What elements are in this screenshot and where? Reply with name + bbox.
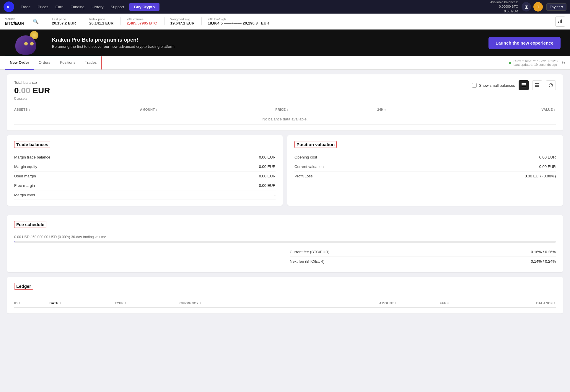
balance-integer: 0	[14, 86, 19, 95]
nav-funding[interactable]: Funding	[68, 4, 87, 10]
tab-positions[interactable]: Positions	[55, 56, 80, 70]
svg-rect-5	[522, 83, 526, 84]
available-balances: Available balances: 0.00000 BTC 0.00 EUR	[490, 0, 518, 14]
navbar-right: Available balances: 0.00000 BTC 0.00 EUR…	[490, 0, 566, 14]
navbar: K Trade Prices Earn Funding History Supp…	[0, 0, 570, 14]
fee-spacer	[14, 247, 280, 266]
two-col-section: Trade balances Margin trade balance0.00 …	[7, 135, 563, 210]
position-valuation-row: Profit/Loss0.00 EUR (0.00%)	[294, 172, 556, 181]
tabs-status: Current time: 21/06/22 09:12:33 Last upd…	[509, 59, 565, 66]
position-valuation-title: Position valuation	[294, 141, 337, 148]
chart-icon[interactable]	[555, 17, 565, 27]
nav-earn[interactable]: Earn	[53, 4, 66, 10]
launch-button[interactable]: Launch the new experience	[488, 37, 561, 49]
show-small-balances-checkbox[interactable]	[472, 83, 477, 88]
weighted-avg-stat: Weighted avg. 19,647.1 EUR	[164, 17, 195, 25]
profile-icon[interactable]: T	[533, 2, 543, 12]
svg-rect-2	[558, 22, 559, 23]
col-assets[interactable]: ASSETS⇕	[14, 105, 140, 114]
svg-rect-11	[535, 86, 539, 87]
available-balances-label: Available balances:	[490, 0, 518, 4]
no-balance-message: No balance data available.	[14, 114, 556, 125]
trade-balance-row: Margin level-	[14, 190, 276, 200]
show-small-balances-label: Show small balances	[479, 83, 515, 88]
svg-rect-7	[522, 86, 526, 86]
tabs-outline: New Order Orders Positions Trades	[5, 56, 102, 70]
compact-view-button[interactable]	[532, 80, 542, 90]
ledger-col-date[interactable]: DATE⇕	[49, 299, 115, 308]
svg-rect-8	[522, 87, 526, 87]
banner-text: Kraken Pro Beta program is open! Be amon…	[52, 37, 481, 49]
ledger-card: Ledger ID⇕ DATE⇕ TYPE⇕ CURRENCY⇕ AMOUNT⇕…	[7, 277, 563, 313]
lowhigh-stat: 24h low/high 18,864.5 ——●—— 20,290.8 EUR	[201, 17, 269, 25]
nav-prices[interactable]: Prices	[35, 4, 51, 10]
col-24h[interactable]: 24H⇕	[377, 105, 447, 114]
total-balance-label: Total balance	[14, 80, 50, 85]
current-time: Current time: 21/06/22 09:12:33	[514, 59, 559, 63]
svg-text:K: K	[7, 6, 9, 9]
ledger-col-id[interactable]: ID⇕	[14, 299, 49, 308]
assets-table: ASSETS⇕ AMOUNT⇕ PRICE⇕ 24H⇕ VALUE⇕ No ba…	[14, 105, 556, 125]
tabs-bar: New Order Orders Positions Trades Curren…	[0, 56, 570, 70]
trade-balance-row: Margin trade balance0.00 EUR	[14, 153, 276, 162]
search-icon[interactable]: 🔍	[33, 19, 39, 24]
fee-schedule-title: Fee schedule	[14, 221, 46, 228]
user-menu-button[interactable]: Tayler ▾	[546, 3, 566, 11]
fee-bar-label: 0.00 USD / 50,000.00 USD (0.00%) 30-day …	[14, 235, 556, 239]
balance-currency: EUR	[32, 86, 50, 95]
fee-row: Current fee (BTC/EUR)0.16% / 0.26%	[290, 247, 556, 257]
nav-support[interactable]: Support	[108, 4, 127, 10]
mascot-image	[9, 31, 45, 55]
svg-rect-10	[535, 85, 539, 86]
market-bar: Market BTC/EUR 🔍 Last price 20,157.2 EUR…	[0, 14, 570, 30]
ledger-col-currency[interactable]: CURRENCY⇕	[180, 299, 300, 308]
show-small-balances-toggle[interactable]: Show small balances	[472, 83, 515, 88]
tab-orders[interactable]: Orders	[34, 56, 55, 70]
svg-rect-9	[535, 83, 539, 84]
svg-rect-6	[522, 84, 526, 85]
ledger-col-amount[interactable]: AMOUNT⇕	[300, 299, 397, 308]
banner-title: Kraken Pro Beta program is open!	[52, 37, 481, 43]
fee-rows: Current fee (BTC/EUR)0.16% / 0.26%Next f…	[290, 247, 556, 266]
position-valuation-row: Opening cost0.00 EUR	[294, 153, 556, 162]
ledger-col-type[interactable]: TYPE⇕	[115, 299, 179, 308]
index-price-stat: Index price 20,141.1 EUR	[83, 17, 113, 25]
24h-sort-icon: ⇕	[384, 108, 386, 111]
banner-subtitle: Be among the first to discover our new a…	[52, 44, 481, 49]
weighted-label: Weighted avg.	[170, 17, 195, 21]
mascot-body	[15, 35, 36, 55]
nav-trade[interactable]: Trade	[18, 4, 33, 10]
trade-balance-row: Margin equity0.00 EUR	[14, 162, 276, 172]
ledger-table: ID⇕ DATE⇕ TYPE⇕ CURRENCY⇕ AMOUNT⇕ FEE⇕ B…	[14, 299, 556, 308]
tab-trades[interactable]: Trades	[80, 56, 101, 70]
fee-schedule-card: Fee schedule 0.00 USD / 50,000.00 USD (0…	[7, 215, 563, 272]
balance-header: Total balance 0.00 EUR 0 assets Show sma…	[14, 80, 556, 101]
trade-balance-row: Free margin0.00 EUR	[14, 181, 276, 190]
weighted-value: 19,647.1 EUR	[170, 21, 195, 25]
list-view-button[interactable]	[519, 80, 529, 90]
chevron-down-icon: ▾	[561, 5, 563, 9]
nav-history[interactable]: History	[89, 4, 106, 10]
refresh-icon[interactable]: ↻	[562, 61, 565, 65]
status-dot	[509, 62, 511, 64]
col-amount[interactable]: AMOUNT⇕	[140, 105, 275, 114]
position-valuation-rows: Opening cost0.00 EURCurrent valuation0.0…	[294, 153, 556, 181]
btc-balance: 0.00000 BTC	[490, 4, 518, 9]
user-label: Tayler	[550, 5, 560, 9]
logo[interactable]: K	[4, 1, 14, 12]
last-price-value: 20,157.2 EUR	[52, 21, 76, 25]
buy-crypto-button[interactable]: Buy Crypto	[129, 3, 159, 11]
col-value[interactable]: VALUE⇕	[447, 105, 556, 114]
trade-balances-title: Trade balances	[14, 141, 50, 148]
last-price-stat: Last price 20,157.2 EUR	[46, 17, 76, 25]
col-price[interactable]: PRICE⇕	[275, 105, 377, 114]
index-price-value: 20,141.1 EUR	[89, 21, 113, 25]
pie-view-button[interactable]	[546, 80, 556, 90]
ledger-col-fee[interactable]: FEE⇕	[397, 299, 449, 308]
assets-sort-icon: ⇕	[28, 108, 31, 111]
position-valuation-card: Position valuation Opening cost0.00 EURC…	[287, 135, 563, 206]
tab-new-order[interactable]: New Order	[5, 56, 34, 70]
ledger-col-balance[interactable]: BALANCE⇕	[450, 299, 556, 308]
eur-balance: 0.00 EUR	[490, 9, 518, 14]
grid-icon[interactable]: ⊞	[522, 2, 531, 12]
